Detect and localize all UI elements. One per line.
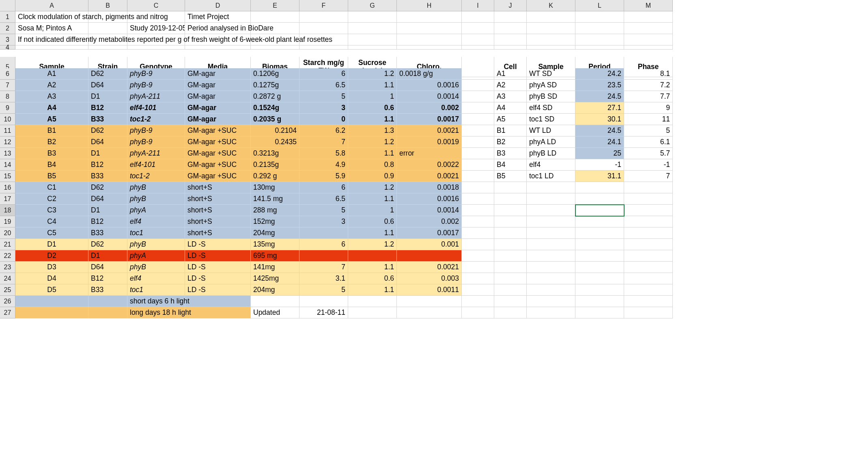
cell-M18[interactable] xyxy=(624,205,673,216)
cell-A12[interactable]: B2 xyxy=(15,136,88,148)
cell-K13[interactable]: phyB LD xyxy=(527,148,575,159)
cell-C24[interactable]: elf4 xyxy=(127,273,185,284)
column-header-K[interactable]: K xyxy=(527,0,575,11)
cell-J10[interactable]: A5 xyxy=(494,114,527,125)
cell-C17[interactable]: phyB xyxy=(127,193,185,205)
cell-K11[interactable]: WT LD xyxy=(527,125,575,136)
cell-F20[interactable] xyxy=(299,227,348,239)
cell-I4[interactable] xyxy=(462,45,494,50)
cell-C14[interactable]: elf4-101 xyxy=(127,159,185,171)
cell-E8[interactable]: 0.2872 g xyxy=(251,91,299,102)
cell-K1[interactable] xyxy=(527,11,575,23)
cell-G7[interactable]: 1.1 xyxy=(348,80,397,91)
row-header-18[interactable]: 18 xyxy=(0,205,15,216)
cell-F18[interactable]: 5 xyxy=(299,205,348,216)
cell-B25[interactable]: B33 xyxy=(88,284,127,296)
cell-I11[interactable] xyxy=(462,125,494,136)
cell-D2[interactable]: Period analysed in BioDare xyxy=(185,23,251,34)
cell-J24[interactable] xyxy=(494,273,527,284)
row-header-13[interactable]: 13 xyxy=(0,148,15,159)
cell-J16[interactable] xyxy=(494,182,527,193)
column-header-H[interactable]: H xyxy=(397,0,462,11)
cell-B13[interactable]: D1 xyxy=(88,148,127,159)
cell-I26[interactable] xyxy=(462,296,494,307)
cell-F17[interactable]: 6.5 xyxy=(299,193,348,205)
cell-F25[interactable]: 5 xyxy=(299,284,348,296)
cell-C16[interactable]: phyB xyxy=(127,182,185,193)
cell-H26[interactable] xyxy=(397,296,462,307)
cell-B26[interactable] xyxy=(88,296,127,307)
cell-M1[interactable] xyxy=(624,11,673,23)
cell-J18[interactable] xyxy=(494,205,527,216)
cell-J26[interactable] xyxy=(494,296,527,307)
cell-A27[interactable] xyxy=(15,307,88,318)
cell-I20[interactable] xyxy=(462,227,494,239)
cell-D19[interactable]: short+S xyxy=(185,216,251,227)
cell-F2[interactable] xyxy=(299,23,348,34)
cell-M23[interactable] xyxy=(624,262,673,273)
cell-J17[interactable] xyxy=(494,193,527,205)
cell-A8[interactable]: A3 xyxy=(15,91,88,102)
cell-G21[interactable]: 1.2 xyxy=(348,239,397,250)
row-header-19[interactable]: 19 xyxy=(0,216,15,227)
cell-F14[interactable]: 4.9 xyxy=(299,159,348,171)
cell-J7[interactable]: A2 xyxy=(494,80,527,91)
cell-A18[interactable]: C3 xyxy=(15,205,88,216)
cell-I9[interactable] xyxy=(462,102,494,114)
cell-G23[interactable]: 1.1 xyxy=(348,262,397,273)
cell-K22[interactable] xyxy=(527,250,575,262)
cell-A6[interactable]: A1 xyxy=(15,68,88,80)
cell-B9[interactable]: B12 xyxy=(88,102,127,114)
cell-G16[interactable]: 1.2 xyxy=(348,182,397,193)
cell-F22[interactable] xyxy=(299,250,348,262)
cell-H9[interactable]: 0.002 xyxy=(397,102,462,114)
cell-L12[interactable]: 24.1 xyxy=(575,136,624,148)
column-header-B[interactable]: B xyxy=(88,0,127,11)
cell-I17[interactable] xyxy=(462,193,494,205)
cell-C20[interactable]: toc1 xyxy=(127,227,185,239)
cell-L9[interactable]: 27.1 xyxy=(575,102,624,114)
cell-B8[interactable]: D1 xyxy=(88,91,127,102)
cell-H18[interactable]: 0.0014 xyxy=(397,205,462,216)
cell-F7[interactable]: 6.5 xyxy=(299,80,348,91)
cell-E20[interactable]: 204mg xyxy=(251,227,299,239)
cell-L6[interactable]: 24.2 xyxy=(575,68,624,80)
cell-G13[interactable]: 1.1 xyxy=(348,148,397,159)
cell-H16[interactable]: 0.0018 xyxy=(397,182,462,193)
cell-G12[interactable]: 1.2 xyxy=(348,136,397,148)
cell-L7[interactable]: 23.5 xyxy=(575,80,624,91)
cell-H4[interactable] xyxy=(397,45,462,50)
cell-G11[interactable]: 1.3 xyxy=(348,125,397,136)
cell-B15[interactable]: B33 xyxy=(88,171,127,182)
cell-D23[interactable]: LD -S xyxy=(185,262,251,273)
row-header-7[interactable]: 7 xyxy=(0,80,15,91)
cell-G25[interactable]: 1.1 xyxy=(348,284,397,296)
cell-K20[interactable] xyxy=(527,227,575,239)
cell-D6[interactable]: GM-agar xyxy=(185,68,251,80)
cell-M10[interactable]: 11 xyxy=(624,114,673,125)
cell-H22[interactable] xyxy=(397,250,462,262)
cell-K8[interactable]: phyB SD xyxy=(527,91,575,102)
cell-G4[interactable] xyxy=(348,45,397,50)
cell-D1[interactable]: Timet Project xyxy=(185,11,251,23)
cell-F24[interactable]: 3.1 xyxy=(299,273,348,284)
cell-L23[interactable] xyxy=(575,262,624,273)
cell-H21[interactable]: 0.001 xyxy=(397,239,462,250)
cell-K3[interactable] xyxy=(527,34,575,45)
cell-D12[interactable]: GM-agar +SUC xyxy=(185,136,251,148)
cell-E26[interactable] xyxy=(251,296,299,307)
cell-H15[interactable]: 0.0021 xyxy=(397,171,462,182)
cell-K19[interactable] xyxy=(527,216,575,227)
column-header-E[interactable]: E xyxy=(251,0,299,11)
cell-K7[interactable]: phyA SD xyxy=(527,80,575,91)
cell-E24[interactable]: 1425mg xyxy=(251,273,299,284)
cell-K14[interactable]: elf4 xyxy=(527,159,575,171)
cell-A21[interactable]: D1 xyxy=(15,239,88,250)
cell-J12[interactable]: B2 xyxy=(494,136,527,148)
cell-C10[interactable]: toc1-2 xyxy=(127,114,185,125)
cell-D11[interactable]: GM-agar +SUC xyxy=(185,125,251,136)
column-header-F[interactable]: F xyxy=(299,0,348,11)
cell-M22[interactable] xyxy=(624,250,673,262)
cell-M14[interactable]: -1 xyxy=(624,159,673,171)
cell-J27[interactable] xyxy=(494,307,527,318)
